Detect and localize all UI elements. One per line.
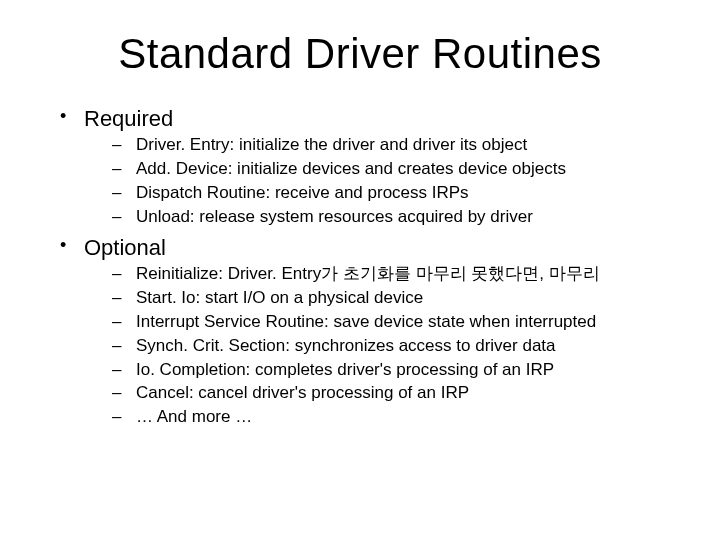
list-item: Dispatch Routine: receive and process IR… [112,182,680,205]
list-item: Synch. Crit. Section: synchronizes acces… [112,335,680,358]
list-item: Reinitialize: Driver. Entry가 초기화를 마무리 못했… [112,263,680,286]
slide-title: Standard Driver Routines [40,30,680,78]
list-item: Add. Device: initialize devices and crea… [112,158,680,181]
bullet-list-level1: Required Driver. Entry: initialize the d… [40,106,680,429]
list-item: Cancel: cancel driver's processing of an… [112,382,680,405]
section-heading: Required [84,106,173,131]
list-item: Driver. Entry: initialize the driver and… [112,134,680,157]
section-required: Required Driver. Entry: initialize the d… [60,106,680,229]
section-optional: Optional Reinitialize: Driver. Entry가 초기… [60,235,680,430]
list-item: Start. Io: start I/O on a physical devic… [112,287,680,310]
slide: Standard Driver Routines Required Driver… [0,0,720,540]
list-item: Unload: release system resources acquire… [112,206,680,229]
list-item: Io. Completion: completes driver's proce… [112,359,680,382]
section-heading: Optional [84,235,166,260]
bullet-list-level2: Reinitialize: Driver. Entry가 초기화를 마무리 못했… [84,263,680,430]
bullet-list-level2: Driver. Entry: initialize the driver and… [84,134,680,229]
list-item: Interrupt Service Routine: save device s… [112,311,680,334]
list-item: … And more … [112,406,680,429]
